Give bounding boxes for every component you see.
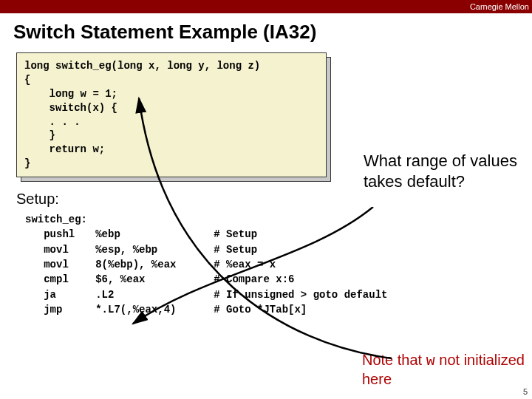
asm-args: $6, %eax	[95, 272, 214, 287]
code-line: }	[24, 129, 55, 141]
asm-op: jmp	[44, 302, 95, 317]
note-pre: Note that	[362, 352, 426, 368]
asm-cmt: # %eax = x	[214, 259, 276, 270]
asm-block: switch_eg: pushl%ebp# Setup movl%esp, %e…	[25, 212, 532, 317]
asm-cmt: # Setup	[214, 228, 257, 240]
asm-cmt: # Goto *JTab[x]	[214, 304, 307, 316]
asm-op: ja	[44, 287, 95, 302]
asm-args: .L2	[95, 287, 214, 302]
asm-args: %esp, %ebp	[95, 242, 214, 257]
question-text: What range of values takes default?	[364, 151, 519, 191]
asm-cmt: # Setup	[214, 244, 257, 256]
code-line: {	[24, 74, 30, 86]
asm-cmt: # Compare x:6	[214, 273, 294, 285]
c-code-box: long switch_eg(long x, long y, long z) {…	[16, 52, 327, 177]
asm-cmt: # If unsigned > goto default	[214, 289, 387, 301]
asm-op: cmpl	[44, 272, 95, 287]
asm-op: movl	[44, 242, 95, 257]
asm-op: movl	[44, 257, 95, 272]
slide-title: Switch Statement Example (IA32)	[0, 13, 532, 52]
code-line: . . .	[24, 116, 81, 128]
asm-args: 8(%ebp), %eax	[95, 257, 214, 272]
brand-text: Carnegie Mellon	[470, 2, 529, 11]
setup-label: Setup:	[16, 191, 532, 208]
init-note: Note that w not initialized here	[362, 351, 525, 388]
code-line: long switch_eg(long x, long y, long z)	[24, 60, 260, 72]
code-line: }	[24, 157, 30, 169]
brand-bar: Carnegie Mellon	[0, 0, 532, 13]
codebox: long switch_eg(long x, long y, long z) {…	[16, 52, 327, 177]
note-var: w	[426, 352, 435, 369]
code-line: return w;	[24, 143, 105, 155]
asm-op: pushl	[44, 227, 95, 242]
asm-label: switch_eg:	[25, 214, 87, 225]
asm-args: %ebp	[95, 227, 214, 242]
code-line: switch(x) {	[24, 102, 117, 114]
asm-args: *.L7(,%eax,4)	[95, 302, 214, 317]
page-number: 5	[523, 387, 528, 396]
code-line: long w = 1;	[24, 88, 117, 100]
